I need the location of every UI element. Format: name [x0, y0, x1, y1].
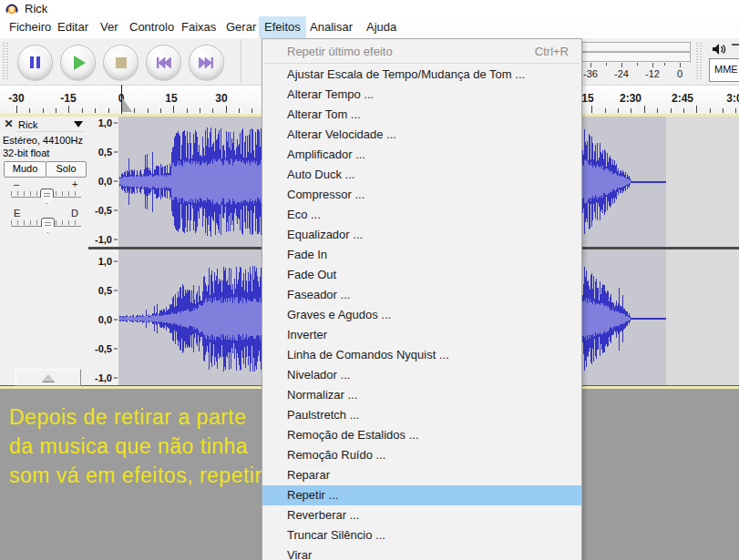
- ruler-tick: [187, 108, 188, 113]
- ruler-tick: [134, 108, 135, 113]
- ruler-tick: [95, 108, 96, 113]
- meter-tick-label: -24: [614, 68, 629, 79]
- menu-item-reverberar[interactable]: Reverberar ...: [262, 505, 581, 525]
- ruler-tick: [251, 108, 252, 113]
- scale-label: -1,0: [95, 372, 112, 383]
- ruler-tick: [148, 108, 149, 113]
- meter-tick-minor: [664, 63, 665, 66]
- menu-item-eco[interactable]: Eco ...: [262, 205, 581, 225]
- stop-button[interactable]: [103, 45, 139, 80]
- audio-host-select[interactable]: MME: [709, 58, 739, 82]
- scale-tick: [114, 378, 118, 379]
- pan-slider-thumb[interactable]: [41, 218, 55, 233]
- collapse-track-button[interactable]: [15, 369, 81, 386]
- menu-item-fade-out[interactable]: Fade Out: [262, 265, 581, 285]
- menu-item-remo-o-ru-do[interactable]: Remoção Ruído ...: [262, 445, 581, 465]
- menu-item-compressor[interactable]: Compressor ...: [262, 185, 581, 205]
- menu-item-graves-e-agudos[interactable]: Graves e Agudos ...: [262, 305, 581, 325]
- close-track-button[interactable]: ✕: [3, 118, 15, 130]
- effects-menu: Repetir último efeito Ctrl+R Ajustar Esc…: [262, 38, 582, 560]
- menu-shortcut: Ctrl+R: [535, 42, 569, 61]
- ruler-time-label: 15: [165, 92, 177, 105]
- scale-label: -1,0: [95, 234, 112, 245]
- pan-right-label: D: [71, 208, 78, 219]
- menu-item-virar[interactable]: Virar: [262, 545, 581, 560]
- play-button[interactable]: [60, 45, 96, 80]
- gain-max-label: +: [72, 178, 77, 189]
- ruler-tick: [618, 108, 619, 113]
- menu-item-amplificador[interactable]: Amplificador ...: [262, 145, 581, 165]
- menu-item-label: Repetir último efeito: [287, 42, 393, 61]
- meter-tick-label: -12: [645, 68, 660, 79]
- gain-slider-thumb[interactable]: [40, 188, 54, 204]
- menu-item-alterar-tempo[interactable]: Alterar Tempo ...: [262, 85, 581, 105]
- toolbar-grip[interactable]: [696, 43, 703, 80]
- ruler-tick: [710, 108, 711, 113]
- menubar-item-gerar[interactable]: Gerar: [221, 16, 262, 38]
- menu-item-reparar[interactable]: Reparar: [262, 465, 581, 485]
- menu-item-equalizador[interactable]: Equalizador ...: [262, 225, 581, 245]
- ruler-tick: [644, 106, 645, 113]
- chevron-down-icon[interactable]: [74, 121, 83, 127]
- menu-item-repetir-ultimo-efeito[interactable]: Repetir último efeito Ctrl+R: [262, 42, 581, 61]
- scale-label: 0,5: [98, 285, 112, 296]
- ruler-tick: [657, 108, 658, 113]
- menu-item-remo-o-de-estalidos[interactable]: Remoção de Estalidos ...: [262, 425, 581, 445]
- menu-item-faseador[interactable]: Faseador ...: [262, 285, 581, 305]
- meter-tick: [621, 63, 622, 67]
- ruler-time-label: 3:0: [726, 92, 739, 105]
- track-bitdepth-label: 32-bit float: [3, 148, 49, 158]
- scale-tick: [114, 239, 118, 240]
- solo-button[interactable]: Solo: [46, 161, 87, 178]
- ruler-time-label: 2:45: [672, 92, 693, 105]
- ruler-tick: [591, 106, 592, 113]
- skip-to-start-button[interactable]: [146, 45, 181, 80]
- menu-item-nivelador[interactable]: Nivelador ...: [262, 365, 581, 385]
- meter-tick: [590, 63, 591, 67]
- scale-tick: [114, 320, 118, 321]
- toolbar-grip[interactable]: [3, 43, 10, 80]
- speaker-icon: [712, 43, 727, 56]
- menu-item-alterar-velocidade[interactable]: Alterar Velocidade ...: [262, 125, 581, 145]
- scale-tick: [114, 123, 118, 124]
- skip-to-end-button[interactable]: [189, 45, 224, 80]
- track-title-bar[interactable]: Rick: [15, 118, 85, 132]
- menu-item-alterar-tom[interactable]: Alterar Tom ...: [262, 105, 581, 125]
- menubar-item-efeitos[interactable]: Efeitos: [259, 16, 306, 38]
- playhead-cursor: [121, 85, 122, 114]
- menubar-item-ficheiro[interactable]: Ficheiro: [4, 16, 56, 38]
- menu-item-auto-duck[interactable]: Auto Duck ...: [262, 165, 581, 185]
- menu-item-ajustar-escala-de-tempo-mudan-a-de-tom[interactable]: Ajustar Escala de Tempo/Mudança de Tom .…: [262, 65, 581, 85]
- menu-item-inverter[interactable]: Inverter: [262, 325, 581, 345]
- menu-item-normalizar[interactable]: Normalizar ...: [262, 385, 581, 405]
- menubar-item-editar[interactable]: Editar: [52, 16, 94, 38]
- menu-item-fade-in[interactable]: Fade In: [262, 245, 581, 265]
- scale-label: 1,0: [98, 256, 112, 267]
- menu-bar: FicheiroEditarVerControloFaixasGerarEfei…: [0, 16, 739, 38]
- menubar-item-ajuda[interactable]: Ajuda: [361, 16, 402, 38]
- menubar-item-analisar[interactable]: Analisar: [304, 16, 358, 38]
- menubar-item-ver[interactable]: Ver: [95, 16, 124, 38]
- window-title: Rick: [25, 2, 47, 15]
- ruler-tick: [16, 106, 17, 113]
- ruler-tick: [212, 108, 213, 113]
- audacity-logo-icon: [5, 2, 18, 15]
- scale-label: 1,0: [98, 117, 112, 128]
- play-icon: [74, 56, 86, 70]
- menu-item-truncar-sil-ncio[interactable]: Truncar Silêncio ...: [262, 525, 581, 545]
- fast-forward-icon: [199, 57, 214, 68]
- menubar-item-controlo[interactable]: Controlo: [124, 16, 180, 38]
- menu-item-linha-de-comandos-nyquist[interactable]: Linha de Comandos Nyquist ...: [262, 345, 581, 365]
- menu-item-repetir[interactable]: Repetir ...: [262, 485, 581, 505]
- menubar-item-faixas[interactable]: Faixas: [176, 16, 221, 38]
- ruler-tick: [226, 106, 227, 113]
- menu-item-paulstretch[interactable]: Paulstretch ...: [262, 405, 581, 425]
- ruler-tick: [56, 108, 56, 113]
- scale-label: 0,0: [98, 176, 112, 187]
- annotation-text-line: da musica que não tinha: [9, 434, 248, 459]
- mute-button[interactable]: Mudo: [4, 161, 46, 178]
- meter-tick-label: -36: [583, 68, 598, 79]
- pause-button[interactable]: [17, 45, 53, 80]
- ruler-tick: [605, 108, 606, 113]
- ruler-time-label: 15: [581, 92, 593, 105]
